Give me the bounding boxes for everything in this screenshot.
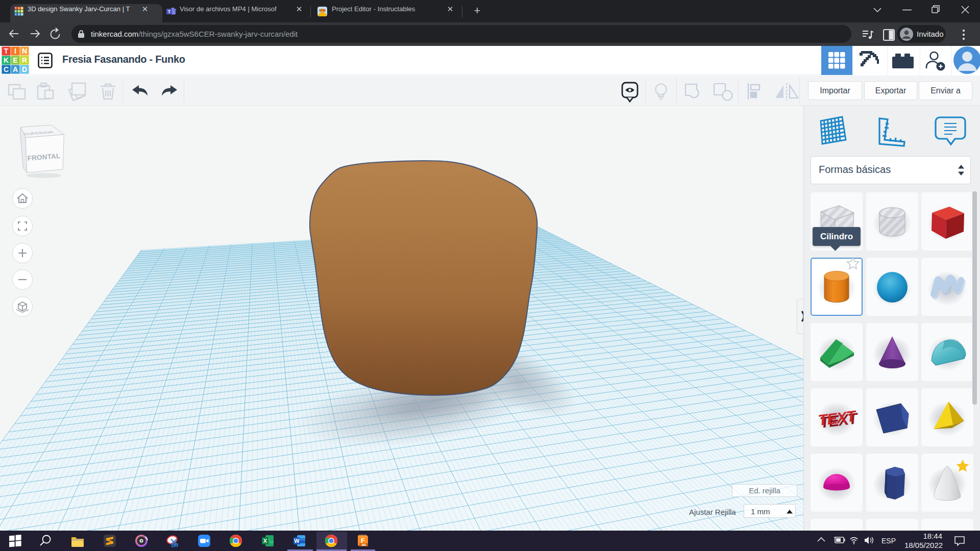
svg-text:360: 360: [361, 543, 366, 546]
svg-text:I: I: [14, 47, 16, 55]
svg-text:T: T: [168, 9, 171, 14]
svg-text:E: E: [13, 56, 17, 64]
svg-text:X: X: [263, 538, 267, 544]
svg-text:A: A: [13, 65, 18, 73]
svg-text:I: I: [18, 7, 19, 10]
svg-text:R: R: [22, 56, 27, 64]
svg-text:W: W: [294, 538, 300, 544]
svg-text:E: E: [18, 10, 19, 13]
svg-text:N: N: [22, 47, 27, 55]
svg-text:T: T: [4, 47, 9, 55]
svg-text:C: C: [4, 65, 9, 73]
svg-text:K: K: [4, 56, 9, 64]
svg-text:T: T: [15, 7, 17, 10]
svg-text:D: D: [22, 65, 27, 73]
